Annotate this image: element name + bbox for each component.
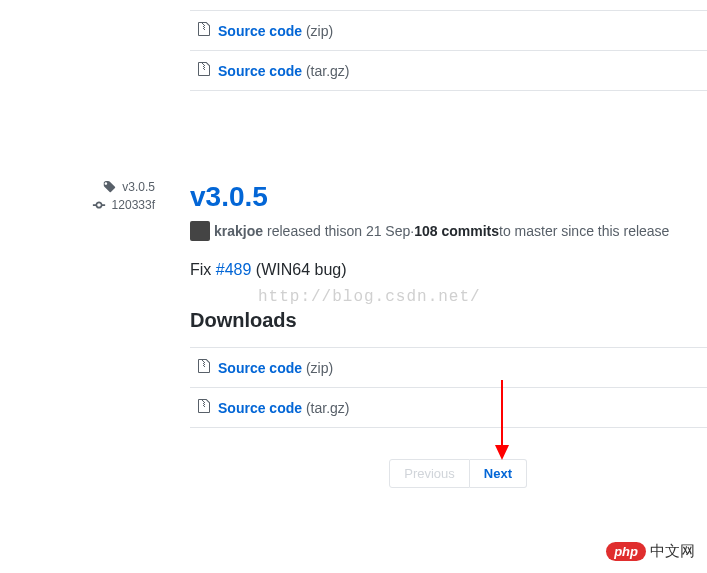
tag-icon [102, 180, 116, 194]
zip-icon [198, 61, 210, 80]
issue-link[interactable]: #489 [216, 261, 252, 278]
download-item[interactable]: Source code (zip) [190, 348, 707, 388]
release-date: on 21 Sep [346, 223, 410, 239]
download-item[interactable]: Source code (tar.gz) [190, 388, 707, 428]
avatar[interactable] [190, 221, 210, 241]
release-meta: krakjoe released this on 21 Sep · 108 co… [190, 221, 707, 241]
downloads-heading: Downloads [190, 309, 707, 332]
zip-icon [198, 358, 210, 377]
download-item[interactable]: Source code (tar.gz) [190, 51, 707, 91]
download-link[interactable]: Source code (zip) [218, 23, 333, 39]
download-link[interactable]: Source code (tar.gz) [218, 63, 350, 79]
next-button[interactable]: Next [470, 459, 527, 488]
release-commit[interactable]: 120333f [0, 198, 155, 212]
php-pill-icon: php [606, 542, 646, 561]
release-body: Fix #489 (WIN64 bug) [190, 261, 707, 279]
download-link[interactable]: Source code (tar.gz) [218, 400, 350, 416]
release-title[interactable]: v3.0.5 [190, 181, 707, 213]
site-logo[interactable]: php 中文网 [606, 542, 695, 561]
commits-link[interactable]: 108 commits [414, 223, 499, 239]
pagination: Previous Next [389, 459, 527, 488]
zip-icon [198, 21, 210, 40]
download-item[interactable]: Source code (zip) [190, 11, 707, 51]
download-link[interactable]: Source code (zip) [218, 360, 333, 376]
release-author[interactable]: krakjoe [214, 223, 263, 239]
zip-icon [198, 398, 210, 417]
download-list: Source code (zip) Source code (tar.gz) [190, 347, 707, 428]
release-commit-label: 120333f [112, 198, 155, 212]
top-download-list: Source code (zip) Source code (tar.gz) [190, 10, 707, 91]
release-sidebar: v3.0.5 120333f [0, 10, 170, 438]
release-tag[interactable]: v3.0.5 [0, 180, 155, 194]
site-logo-text: 中文网 [650, 542, 695, 561]
previous-button: Previous [389, 459, 470, 488]
release-tag-label: v3.0.5 [122, 180, 155, 194]
svg-marker-1 [495, 445, 509, 460]
commit-icon [92, 198, 106, 212]
